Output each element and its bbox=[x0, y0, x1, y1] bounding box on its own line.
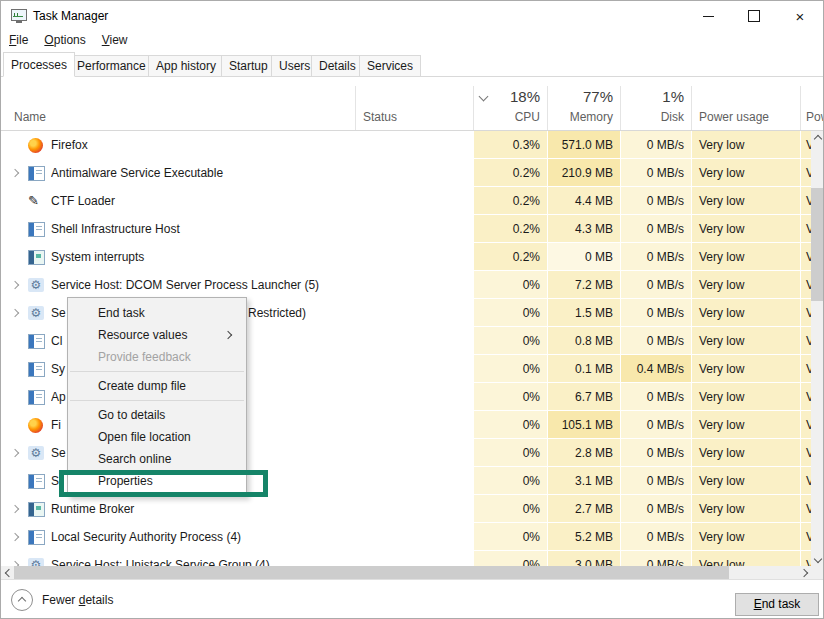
tab-processes[interactable]: Processes bbox=[3, 52, 75, 77]
chevron-right-icon bbox=[11, 309, 19, 317]
status-cell bbox=[356, 495, 474, 523]
context-menu-item-open-file-location[interactable]: Open file location bbox=[68, 426, 246, 448]
close-button[interactable]: × bbox=[777, 1, 823, 31]
tab-app-history[interactable]: App history bbox=[148, 55, 224, 77]
memory-cell: 210.9 MB bbox=[548, 159, 621, 187]
context-menu-item-properties[interactable]: Properties bbox=[68, 470, 246, 492]
process-row[interactable]: Local Security Authority Process (4)0%5.… bbox=[1, 523, 824, 551]
memory-cell: 2.7 MB bbox=[548, 495, 621, 523]
status-cell bbox=[356, 467, 474, 495]
firefox-icon bbox=[28, 418, 43, 433]
cpu-cell: 0% bbox=[474, 467, 548, 495]
power-usage-cell: Very low bbox=[692, 215, 801, 243]
process-row[interactable]: ✎CTF Loader0.2%4.4 MB0 MB/sVery lowVe bbox=[1, 187, 824, 215]
column-header-memory[interactable]: 77% Memory bbox=[548, 86, 621, 130]
menu-item-options[interactable]: Options bbox=[44, 31, 93, 49]
process-name: Local Security Authority Process (4) bbox=[51, 523, 351, 551]
memory-cell: 1.5 MB bbox=[548, 299, 621, 327]
context-menu-item-provide-feedback[interactable]: Provide feedback bbox=[68, 346, 246, 368]
expander[interactable] bbox=[7, 523, 23, 551]
power-trend-column-label: Pow bbox=[806, 110, 824, 124]
power-usage-column-label: Power usage bbox=[699, 110, 769, 124]
process-icon-cell bbox=[28, 327, 46, 355]
tab-startup[interactable]: Startup bbox=[221, 55, 276, 77]
vertical-scrollbar[interactable] bbox=[811, 131, 824, 566]
context-menu-item-resource-values[interactable]: Resource values bbox=[68, 324, 246, 346]
maximize-button[interactable] bbox=[731, 1, 777, 31]
process-row[interactable]: Shell Infrastructure Host0.2%4.3 MB0 MB/… bbox=[1, 215, 824, 243]
fewer-details-toggle[interactable]: Fewer details bbox=[11, 589, 113, 611]
tab-performance[interactable]: Performance bbox=[69, 55, 154, 77]
process-row[interactable]: Runtime Broker0%2.7 MB0 MB/sVery lowVe bbox=[1, 495, 824, 523]
memory-cell: 3.0 MB bbox=[548, 551, 621, 566]
process-icon-cell: ⚙ bbox=[28, 551, 46, 566]
disk-cell: 0 MB/s bbox=[621, 187, 692, 215]
cpu-cell: 0.2% bbox=[474, 243, 548, 271]
footer-bar: Fewer details End task bbox=[1, 579, 823, 619]
process-row[interactable]: Antimalware Service Executable0.2%210.9 … bbox=[1, 159, 824, 187]
expander[interactable] bbox=[7, 159, 23, 187]
submenu-arrow-icon bbox=[224, 331, 232, 339]
status-cell bbox=[356, 383, 474, 411]
scroll-up-button[interactable] bbox=[811, 131, 824, 144]
expander[interactable] bbox=[7, 439, 23, 467]
status-column-label: Status bbox=[363, 110, 397, 124]
status-cell bbox=[356, 439, 474, 467]
status-cell bbox=[356, 215, 474, 243]
expander[interactable] bbox=[7, 271, 23, 299]
expander bbox=[7, 411, 23, 439]
power-usage-cell: Very low bbox=[692, 523, 801, 551]
column-header-power-usage[interactable]: Power usage bbox=[692, 86, 801, 130]
process-icon-cell bbox=[28, 355, 46, 383]
scroll-right-button[interactable] bbox=[798, 566, 811, 579]
process-row[interactable]: Firefox0.3%571.0 MB0 MB/sVery lowVe bbox=[1, 131, 824, 159]
column-header-disk[interactable]: 1% Disk bbox=[621, 86, 692, 130]
column-header-power-trend[interactable]: Pow bbox=[801, 86, 824, 130]
menu-item-view[interactable]: View bbox=[102, 31, 136, 49]
memory-cell: 0.8 MB bbox=[548, 327, 621, 355]
process-icon-cell: ⚙ bbox=[28, 271, 46, 299]
cpu-cell: 0% bbox=[474, 355, 548, 383]
gear-icon: ⚙ bbox=[28, 278, 44, 292]
expander[interactable] bbox=[7, 299, 23, 327]
process-row[interactable]: ⚙Service Host: Unistack Service Group (4… bbox=[1, 551, 824, 566]
column-header-name[interactable]: Name bbox=[1, 86, 356, 130]
process-name: Firefox bbox=[51, 131, 351, 159]
end-task-button[interactable]: End task bbox=[735, 593, 819, 616]
disk-cell: 0 MB/s bbox=[621, 215, 692, 243]
context-menu-item-search-online[interactable]: Search online bbox=[68, 448, 246, 470]
expander[interactable] bbox=[7, 551, 23, 566]
title-bar[interactable]: Task Manager × bbox=[1, 1, 823, 31]
tab-services[interactable]: Services bbox=[359, 55, 421, 77]
memory-cell: 0.1 MB bbox=[548, 355, 621, 383]
expander[interactable] bbox=[7, 495, 23, 523]
process-row[interactable]: System interrupts0.2%0 MB0 MB/sVery lowV… bbox=[1, 243, 824, 271]
minimize-button[interactable] bbox=[685, 1, 731, 31]
status-cell bbox=[356, 131, 474, 159]
power-usage-cell: Very low bbox=[692, 131, 801, 159]
close-icon: × bbox=[796, 9, 805, 24]
scroll-left-button[interactable] bbox=[1, 566, 14, 579]
vertical-scrollbar-thumb[interactable] bbox=[811, 188, 824, 301]
memory-cell: 2.8 MB bbox=[548, 439, 621, 467]
cpu-cell: 0% bbox=[474, 439, 548, 467]
disk-cell: 0 MB/s bbox=[621, 495, 692, 523]
context-menu-item-go-to-details[interactable]: Go to details bbox=[68, 404, 246, 426]
process-row[interactable]: ⚙Service Host: DCOM Server Process Launc… bbox=[1, 271, 824, 299]
process-icon-cell: ⚙ bbox=[28, 299, 46, 327]
horizontal-scrollbar-thumb[interactable] bbox=[14, 566, 729, 579]
system-icon bbox=[28, 502, 45, 517]
process-icon-cell bbox=[28, 495, 46, 523]
column-header-status[interactable]: Status bbox=[356, 86, 474, 130]
scroll-down-button[interactable] bbox=[811, 553, 824, 566]
context-menu-item-end-task[interactable]: End task bbox=[68, 302, 246, 324]
menu-item-file[interactable]: File bbox=[9, 31, 36, 49]
app-window-icon bbox=[28, 474, 45, 489]
name-column-label: Name bbox=[14, 110, 46, 124]
cpu-cell: 0.2% bbox=[474, 159, 548, 187]
memory-cell: 105.1 MB bbox=[548, 411, 621, 439]
memory-cell: 3.1 MB bbox=[548, 467, 621, 495]
horizontal-scrollbar[interactable] bbox=[1, 566, 811, 579]
context-menu-item-create-dump-file[interactable]: Create dump file bbox=[68, 375, 246, 397]
tab-details[interactable]: Details bbox=[311, 55, 364, 77]
